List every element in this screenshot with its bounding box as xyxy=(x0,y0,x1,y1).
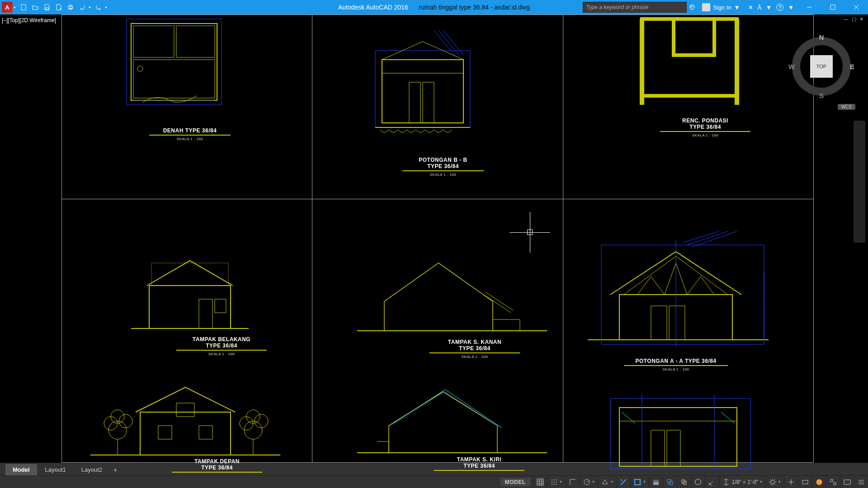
status-polar-icon[interactable]: ▼ xyxy=(580,476,598,488)
status-ortho-icon[interactable] xyxy=(566,476,580,488)
status-scale-text: 1/8" = 1'-0" xyxy=(732,479,759,485)
status-otrack-icon[interactable]: ▼ xyxy=(630,476,649,488)
print-icon[interactable] xyxy=(65,2,76,12)
status-annomonitor-icon[interactable] xyxy=(798,476,812,488)
svg-point-86 xyxy=(556,482,557,483)
viewport-controls[interactable]: — ▢ ✕ xyxy=(844,16,864,22)
undo-caret-icon[interactable]: ▼ xyxy=(88,6,91,9)
navigation-bar[interactable] xyxy=(854,121,865,243)
viewport-label[interactable]: [–][Top][2D Wireframe] xyxy=(2,17,56,23)
svg-line-43 xyxy=(651,277,665,295)
view-cube-top-face[interactable]: TOP xyxy=(810,55,833,78)
status-customize-icon[interactable] xyxy=(854,476,868,488)
redo-icon[interactable] xyxy=(93,2,104,12)
drawing-denah xyxy=(118,14,235,116)
status-snap-icon[interactable]: ▼ xyxy=(547,476,566,488)
caption-skanan-t2: TYPE 36/84 xyxy=(429,345,520,352)
svg-line-80 xyxy=(721,412,735,423)
title-text: Autodesk AutoCAD 2016 rumah tinggal type… xyxy=(338,4,530,11)
search-submit-icon[interactable] xyxy=(687,2,698,12)
svg-rect-48 xyxy=(651,306,667,340)
svg-rect-49 xyxy=(669,306,685,340)
status-hardwareaccel-icon[interactable] xyxy=(812,476,826,488)
maximize-button[interactable] xyxy=(821,0,844,14)
svg-point-87 xyxy=(552,484,552,485)
svg-point-89 xyxy=(556,484,557,485)
caption-denah: DENAH TYPE 36/84 SKALA 1 : 100 xyxy=(149,127,231,141)
minimize-button[interactable] xyxy=(797,0,821,14)
status-model-space[interactable]: MODEL xyxy=(498,476,533,488)
drawing-belakang xyxy=(131,249,249,337)
svg-rect-102 xyxy=(830,479,833,482)
undo-icon[interactable] xyxy=(77,2,88,12)
view-cube-west[interactable]: W xyxy=(788,63,795,70)
wcs-badge[interactable]: WCS xyxy=(838,104,855,110)
signin-button[interactable]: Sign In ▼ xyxy=(698,3,744,11)
svg-rect-0 xyxy=(21,5,26,10)
view-cube-east[interactable]: E xyxy=(850,63,854,70)
svg-rect-75 xyxy=(667,430,680,466)
svg-rect-74 xyxy=(651,430,665,466)
status-annoscale[interactable]: 1/8" = 1'-0"▼ xyxy=(719,476,765,488)
svg-line-79 xyxy=(622,412,635,423)
a360-icon[interactable]: Å xyxy=(758,4,762,11)
close-button[interactable] xyxy=(844,0,868,14)
svg-line-42 xyxy=(637,277,651,295)
svg-line-44 xyxy=(665,263,676,295)
caption-potb: POTONGAN B - B TYPE 36/84 SKALA 1 : 100 xyxy=(402,157,484,177)
status-cycling-icon[interactable] xyxy=(677,476,691,488)
svg-point-88 xyxy=(554,484,555,485)
caption-pondasi-t2: TYPE 36/84 xyxy=(660,124,750,130)
exchange-icon[interactable]: ✕ xyxy=(748,4,753,11)
status-gear-icon[interactable]: ▼ xyxy=(765,476,784,488)
caption-pota-t1: POTONGAN A - A TYPE 36/84 xyxy=(624,358,728,364)
view-cube-north[interactable]: N xyxy=(819,33,824,41)
view-cube-south[interactable]: S xyxy=(819,92,824,99)
caption-belakang: TAMPAK BELAKANG TYPE 36/84 SKALA 1 : 100 xyxy=(176,336,267,356)
caption-pondasi: RENC. PONDASI TYPE 36/84 SKALA 1 : 100 xyxy=(660,117,750,137)
help-icon[interactable]: ? xyxy=(776,4,783,11)
signin-label: Sign In xyxy=(713,4,731,11)
status-osnap-icon[interactable] xyxy=(616,476,630,488)
app-logo-icon[interactable] xyxy=(2,2,13,13)
status-dynucs-icon[interactable] xyxy=(705,476,719,488)
app-menu-caret-icon[interactable]: ▼ xyxy=(13,6,16,9)
infocenter-search-input[interactable]: Type a keyword or phrase xyxy=(583,2,687,13)
svg-rect-57 xyxy=(140,412,231,455)
status-cleanscreen-icon[interactable] xyxy=(840,476,854,488)
status-workspace-icon[interactable] xyxy=(784,476,798,488)
status-bar: MODEL ▼ ▼ ▼ ▼ 1/8" = 1'-0"▼ ▼ xyxy=(0,475,868,488)
drawing-potongan-b xyxy=(366,28,484,147)
redo-caret-icon[interactable]: ▼ xyxy=(104,6,108,9)
saveas-icon[interactable] xyxy=(53,2,64,12)
view-cube[interactable]: TOP N S E W xyxy=(788,33,855,100)
svg-rect-7 xyxy=(830,5,835,9)
svg-point-81 xyxy=(552,479,552,480)
svg-rect-27 xyxy=(642,19,737,96)
svg-point-82 xyxy=(554,479,555,480)
status-isolate-icon[interactable] xyxy=(826,476,840,488)
new-icon[interactable] xyxy=(18,2,29,12)
caption-belakang-t2: TYPE 36/84 xyxy=(176,343,267,349)
infocenter-utils: ✕ Å▼ ?▼ xyxy=(745,4,797,11)
status-isodraft-icon[interactable]: ▼ xyxy=(598,476,616,488)
caption-pota: POTONGAN A - A TYPE 36/84 SKALA 1 : 100 xyxy=(624,358,728,371)
status-transparency-icon[interactable] xyxy=(663,476,677,488)
tab-layout1[interactable]: Layout1 xyxy=(38,464,73,475)
model-space[interactable]: [–][Top][2D Wireframe] — ▢ ✕ TOP N S E W… xyxy=(0,14,868,463)
status-grid-icon[interactable] xyxy=(533,476,547,488)
signin-caret-icon[interactable]: ▼ xyxy=(734,4,740,11)
caption-skiri-t2: TYPE 36/84 xyxy=(434,463,524,469)
svg-rect-103 xyxy=(834,483,836,485)
tab-model[interactable]: Model xyxy=(5,464,37,475)
drawing-pondasi xyxy=(633,14,750,111)
caption-depan-t1: TAMPAK DEPAN xyxy=(172,458,262,465)
save-icon[interactable] xyxy=(42,2,52,12)
svg-rect-14 xyxy=(133,60,215,98)
caption-pota-scale: SKALA 1 : 100 xyxy=(624,367,728,371)
status-lineweight-icon[interactable] xyxy=(649,476,663,488)
svg-rect-13 xyxy=(176,26,215,57)
sheet-divider-h xyxy=(61,199,814,199)
status-3dosnap-icon[interactable] xyxy=(691,476,705,488)
open-icon[interactable] xyxy=(30,2,41,12)
